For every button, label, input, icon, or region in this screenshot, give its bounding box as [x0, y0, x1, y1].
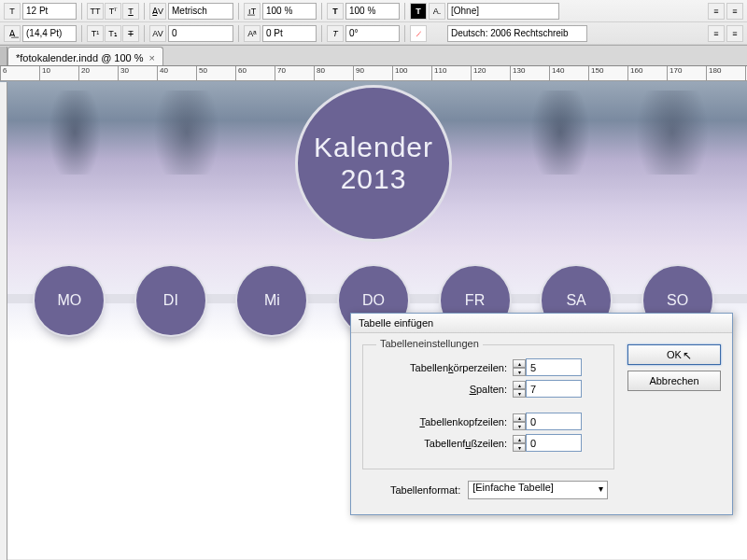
kerning-icon[interactable]: A̲V	[149, 3, 166, 20]
baseline-input[interactable]	[262, 25, 317, 42]
character-toolbar: T TT Tᵀ T A̲V ı͟T T T A. ≡ ≡ A͟ T¹ T₁ T	[0, 0, 747, 46]
ruler-tick: 30	[118, 66, 129, 81]
vscale-icon[interactable]: T	[327, 3, 344, 20]
table-format-select[interactable]: [Einfache Tabelle]	[468, 481, 608, 499]
foot-rows-label: Tabellenfußzeilen:	[373, 438, 513, 449]
skew-input[interactable]	[345, 25, 400, 42]
leading-input[interactable]	[22, 25, 77, 42]
vertical-ruler[interactable]	[0, 82, 7, 560]
ruler-tick: 150	[588, 66, 603, 81]
ruler-tick: 180	[706, 66, 721, 81]
char-style-input[interactable]	[447, 3, 559, 20]
format-label: Tabellenformat:	[390, 484, 460, 496]
ruler-tick: 40	[157, 66, 168, 81]
head-rows-label: Tabellenkopfzeilen:	[373, 416, 513, 427]
ruler-tick: 6	[0, 66, 7, 81]
leading-icon[interactable]: A͟	[4, 25, 21, 42]
ruler-tick: 80	[314, 66, 325, 81]
strikethrough-icon[interactable]: T	[122, 25, 139, 42]
dialog-title: Tabelle einfügen	[351, 314, 732, 333]
subscript-icon[interactable]: T₁	[105, 25, 121, 42]
horizontal-ruler[interactable]: 6102030405060708090100110120130140150160…	[0, 66, 747, 81]
justify-center-icon[interactable]: ≡	[726, 25, 743, 42]
ruler-tick: 50	[196, 66, 207, 81]
toolbar-row-1: T TT Tᵀ T A̲V ı͟T T T A. ≡ ≡	[0, 0, 747, 22]
none-swatch-icon[interactable]: ⟋	[410, 25, 427, 42]
all-caps-icon[interactable]: TT	[87, 3, 104, 20]
align-left-icon[interactable]: ≡	[708, 3, 725, 20]
head-rows-input[interactable]	[526, 413, 582, 430]
spin-down-icon[interactable]: ▾	[513, 368, 526, 376]
spin-down-icon[interactable]: ▾	[513, 443, 526, 452]
char-style-icon[interactable]: A.	[429, 3, 445, 20]
tracking-icon[interactable]: AV	[149, 25, 166, 42]
baseline-icon[interactable]: Aª	[244, 25, 261, 42]
kerning-input[interactable]	[168, 3, 233, 20]
ruler-tick: 90	[353, 66, 364, 81]
tab-label: *fotokalender.indd @ 100 %	[16, 52, 144, 63]
spin-up-icon[interactable]: ▴	[513, 359, 526, 368]
cols-label: Spalten:	[373, 384, 513, 395]
ruler-tick: 110	[431, 66, 446, 81]
spin-down-icon[interactable]: ▾	[513, 422, 526, 430]
day-circle: DI	[134, 264, 207, 337]
ruler-tick: 20	[78, 66, 90, 81]
cols-input[interactable]	[526, 380, 582, 398]
language-input[interactable]	[447, 25, 587, 42]
superscript-icon[interactable]: T¹	[87, 25, 104, 42]
vscale-input[interactable]	[345, 3, 400, 20]
ruler-tick: 70	[275, 66, 286, 81]
title-circle: Kalender 2013	[295, 85, 452, 242]
ruler-tick: 60	[235, 66, 247, 81]
cursor-icon: ↖	[683, 349, 692, 362]
tab-close-icon[interactable]: ×	[149, 52, 155, 63]
cancel-button[interactable]: Abbrechen	[627, 371, 721, 391]
title-line1: Kalender	[314, 132, 433, 163]
body-rows-label: Tabellenkörperzeilen:	[373, 362, 513, 373]
foot-rows-input[interactable]	[526, 434, 582, 452]
fill-icon[interactable]: T	[410, 3, 427, 20]
ruler-tick: 130	[510, 66, 525, 81]
spin-down-icon[interactable]: ▾	[513, 389, 526, 398]
ruler-tick: 160	[627, 66, 642, 81]
underline-icon[interactable]: T	[122, 3, 139, 20]
day-circle: Mi	[235, 264, 308, 337]
hscale-icon[interactable]: ı͟T	[244, 3, 261, 20]
ruler-tick: 100	[392, 66, 407, 81]
document-tab[interactable]: *fotokalender.indd @ 100 % ×	[7, 47, 163, 65]
fieldset-legend: Tabelleneinstellungen	[376, 338, 483, 349]
font-size-input[interactable]	[22, 3, 77, 20]
ruler-tick: 10	[39, 66, 50, 81]
skew-icon[interactable]: T	[327, 25, 344, 42]
title-line2: 2013	[341, 163, 407, 195]
small-caps-icon[interactable]: Tᵀ	[105, 3, 121, 20]
justify-left-icon[interactable]: ≡	[708, 25, 725, 42]
ok-button[interactable]: OK ↖	[627, 344, 721, 365]
spin-up-icon[interactable]: ▴	[513, 435, 526, 443]
hscale-input[interactable]	[262, 3, 317, 20]
insert-table-dialog: Tabelle einfügen OK ↖ Abbrechen Tabellen…	[350, 313, 733, 515]
toolbar-row-2: A͟ T¹ T₁ T AV Aª T ⟋ ≡ ≡	[0, 22, 747, 45]
day-circle: MO	[33, 264, 106, 337]
align-center-icon[interactable]: ≡	[726, 3, 743, 20]
ruler-tick: 140	[549, 66, 564, 81]
spin-up-icon[interactable]: ▴	[513, 413, 526, 422]
font-size-icon[interactable]: T	[4, 3, 21, 20]
tracking-input[interactable]	[168, 25, 233, 42]
spin-up-icon[interactable]: ▴	[513, 381, 526, 389]
document-tabbar: *fotokalender.indd @ 100 % ×	[0, 46, 747, 66]
ruler-tick: 120	[471, 66, 486, 81]
ruler-tick: 170	[667, 66, 682, 81]
body-rows-input[interactable]	[526, 358, 582, 376]
